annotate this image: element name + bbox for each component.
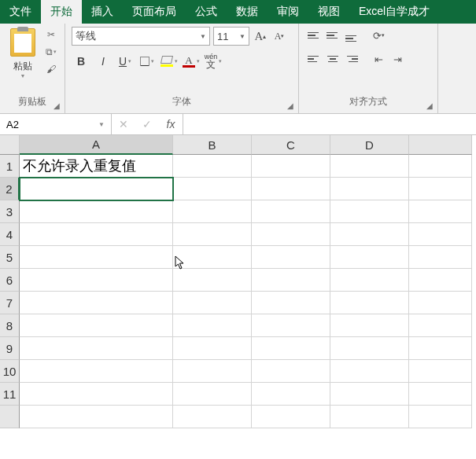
cell-c12[interactable]: [252, 406, 330, 428]
italic-button[interactable]: I: [94, 52, 113, 71]
decrease-indent-button[interactable]: ⇤: [370, 50, 387, 68]
fx-icon[interactable]: fx: [159, 114, 183, 134]
tab-insert[interactable]: 插入: [82, 0, 123, 24]
fill-color-button[interactable]: ▾: [160, 52, 179, 71]
row-header-2[interactable]: 2: [0, 178, 20, 200]
pinyin-button[interactable]: wén文▾: [204, 52, 223, 71]
cell-d12[interactable]: [330, 406, 409, 428]
row-header-11[interactable]: 11: [0, 383, 20, 406]
cell-b10[interactable]: [173, 360, 252, 383]
row-header-1[interactable]: 1: [0, 155, 20, 178]
formula-input[interactable]: [183, 114, 476, 134]
tab-addin[interactable]: Excel自学成才: [349, 0, 439, 24]
align-top-button[interactable]: [305, 27, 323, 44]
cell-e10[interactable]: [409, 360, 472, 383]
tab-view[interactable]: 视图: [308, 0, 349, 24]
cell-d9[interactable]: [330, 337, 409, 360]
select-all-corner[interactable]: [0, 135, 20, 155]
font-size-combo[interactable]: 11▼: [213, 27, 249, 46]
cell-b6[interactable]: [173, 269, 252, 292]
cell-a5[interactable]: [20, 246, 173, 269]
cell-b5[interactable]: [173, 246, 252, 269]
cell-e9[interactable]: [409, 337, 472, 360]
cell-a7[interactable]: [20, 292, 173, 314]
cell-e2[interactable]: [409, 178, 472, 200]
row-header-7[interactable]: 7: [0, 292, 20, 314]
paste-button[interactable]: 粘贴: [13, 60, 32, 73]
row-header-4[interactable]: 4: [0, 223, 20, 246]
name-box[interactable]: A2▼: [0, 114, 112, 134]
cell-d1[interactable]: [330, 155, 409, 178]
row-header-12[interactable]: [0, 406, 20, 428]
cell-a1[interactable]: 不允许录入重复值: [20, 155, 173, 178]
bold-button[interactable]: B: [72, 52, 90, 71]
tab-data[interactable]: 数据: [227, 0, 268, 24]
cell-c5[interactable]: [252, 246, 330, 269]
clipboard-launcher[interactable]: ◢: [52, 101, 61, 110]
tab-formulas[interactable]: 公式: [186, 0, 227, 24]
cell-d2[interactable]: [330, 178, 409, 200]
cell-c7[interactable]: [252, 292, 330, 314]
cell-d7[interactable]: [330, 292, 409, 314]
cell-c6[interactable]: [252, 269, 330, 292]
row-header-5[interactable]: 5: [0, 246, 20, 269]
tab-file[interactable]: 文件: [0, 0, 41, 24]
cell-d6[interactable]: [330, 269, 409, 292]
cell-c4[interactable]: [252, 223, 330, 246]
cell-c10[interactable]: [252, 360, 330, 383]
tab-page-layout[interactable]: 页面布局: [123, 0, 186, 24]
orientation-button[interactable]: ⟳▾: [370, 27, 387, 44]
increase-font-icon[interactable]: A▴: [253, 27, 268, 46]
cell-b2[interactable]: [173, 178, 252, 200]
cell-b1[interactable]: [173, 155, 252, 178]
cell-b12[interactable]: [173, 406, 252, 428]
row-header-10[interactable]: 10: [0, 360, 20, 383]
col-header-a[interactable]: A: [20, 135, 173, 155]
cell-e1[interactable]: [409, 155, 472, 178]
cell-b11[interactable]: [173, 383, 252, 406]
cell-d11[interactable]: [330, 383, 409, 406]
cell-e5[interactable]: [409, 246, 472, 269]
cell-a4[interactable]: [20, 223, 173, 246]
cell-b4[interactable]: [173, 223, 252, 246]
cell-b3[interactable]: [173, 200, 252, 223]
row-header-9[interactable]: 9: [0, 337, 20, 360]
cell-c9[interactable]: [252, 337, 330, 360]
col-header-c[interactable]: C: [252, 135, 330, 155]
alignment-launcher[interactable]: ◢: [425, 101, 434, 110]
paste-icon[interactable]: [10, 28, 35, 57]
cell-b8[interactable]: [173, 314, 252, 337]
cell-a10[interactable]: [20, 360, 173, 383]
cell-d3[interactable]: [330, 200, 409, 223]
cell-b7[interactable]: [173, 292, 252, 314]
cell-e6[interactable]: [409, 269, 472, 292]
tab-review[interactable]: 审阅: [268, 0, 308, 24]
cell-d4[interactable]: [330, 223, 409, 246]
align-center-button[interactable]: [324, 50, 341, 68]
cell-e8[interactable]: [409, 314, 472, 337]
copy-button[interactable]: ⧉▾: [44, 46, 58, 58]
cell-c1[interactable]: [252, 155, 330, 178]
font-launcher[interactable]: ◢: [286, 101, 295, 110]
cell-d5[interactable]: [330, 246, 409, 269]
cell-d8[interactable]: [330, 314, 409, 337]
cell-e7[interactable]: [409, 292, 472, 314]
cell-a3[interactable]: [20, 200, 173, 223]
cell-a11[interactable]: [20, 383, 173, 406]
cell-a6[interactable]: [20, 269, 173, 292]
cell-b9[interactable]: [173, 337, 252, 360]
row-header-8[interactable]: 8: [0, 314, 20, 337]
align-bottom-button[interactable]: [343, 27, 360, 44]
cell-a12[interactable]: [20, 406, 173, 428]
cut-button[interactable]: ✂: [44, 28, 58, 41]
cell-c8[interactable]: [252, 314, 330, 337]
align-middle-button[interactable]: [324, 27, 341, 44]
col-header-b[interactable]: B: [173, 135, 252, 155]
cell-c3[interactable]: [252, 200, 330, 223]
decrease-font-icon[interactable]: A▾: [271, 27, 287, 46]
align-left-button[interactable]: [305, 50, 323, 68]
accept-formula-icon[interactable]: ✓: [135, 114, 159, 134]
format-painter-button[interactable]: 🖌: [44, 63, 58, 75]
font-color-button[interactable]: A▾: [182, 52, 201, 71]
cell-e4[interactable]: [409, 223, 472, 246]
